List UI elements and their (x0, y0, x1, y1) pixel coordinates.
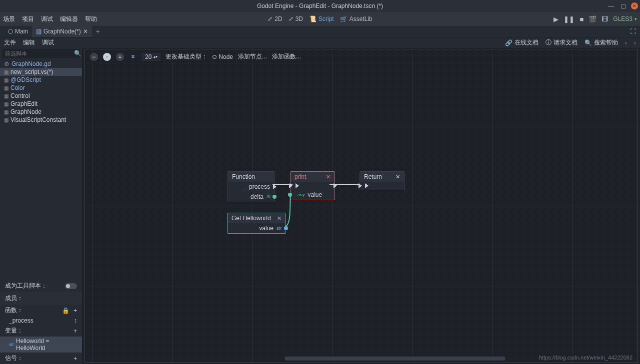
zoom-reset-icon[interactable]: · (103, 53, 111, 61)
script-item-graphnode-gd[interactable]: ⚙GraphNode.gd (0, 60, 82, 68)
request-docs-button[interactable]: ⓘ 请求文档 (546, 38, 578, 47)
menu-project[interactable]: 项目 (22, 15, 34, 23)
grid-icon: ▦ (4, 101, 8, 107)
minimize-icon[interactable]: — (607, 2, 615, 10)
function-item-process[interactable]: _process ↕ (0, 316, 82, 325)
menu-edit[interactable]: 编辑 (23, 38, 35, 47)
renderer-select[interactable]: GLES3 ▾ (613, 15, 637, 22)
node-get-helloworld[interactable]: Get Helloworld✕ value str (227, 213, 286, 234)
node-print-exec-row (290, 182, 334, 190)
grid-icon: ▦ (4, 85, 8, 91)
override-icon[interactable]: 🔒 (62, 307, 70, 314)
menu-debug[interactable]: 调试 (41, 15, 53, 23)
tab-close-icon[interactable]: ✕ (83, 28, 88, 35)
script-item-vsconstant[interactable]: ▦VisualScriptConstant (0, 116, 82, 124)
script-sidebar: 🔍 ⚙GraphNode.gd ▦new_script.vs(*) ▦@GDSc… (0, 48, 82, 364)
stop-icon[interactable]: ■ (580, 15, 584, 23)
graph-canvas[interactable]: − · + ⌗ 20 ▴▾ 更改基础类型： Node 添加节点... 添加函数.… (84, 49, 638, 363)
play-icon[interactable]: ▶ (554, 15, 558, 23)
search-help-button[interactable]: 🔍 搜索帮助 (584, 38, 618, 47)
data-out-port[interactable] (284, 226, 288, 230)
menu-editor[interactable]: 编辑器 (60, 15, 78, 23)
mode-3d[interactable]: ⤢ 3D (288, 15, 303, 22)
tool-script-toggle[interactable] (65, 283, 77, 289)
exec-out-port[interactable] (334, 183, 337, 188)
add-func-button[interactable]: 添加函数... (272, 52, 301, 61)
data-out-port[interactable] (272, 195, 276, 199)
script-menu: 文件 编辑 调试 🔗 在线文档 ⓘ 请求文档 🔍 搜索帮助 ‹ › (0, 37, 640, 48)
mode-2d[interactable]: ⤢ 2D (268, 15, 282, 22)
script-item-control[interactable]: ▦Control (0, 92, 82, 100)
script-item-graphnode[interactable]: ▦GraphNode (0, 108, 82, 116)
window-controls: — ▢ ✕ (607, 2, 638, 10)
tab-main[interactable]: Main (4, 26, 32, 37)
filter-row: 🔍 (2, 49, 80, 58)
mode-script[interactable]: 📜 Script (309, 15, 334, 22)
add-signal-icon[interactable]: + (74, 355, 77, 362)
node-get-value-row: value str (228, 223, 286, 233)
zoom-value[interactable]: 20 ▴▾ (142, 53, 160, 61)
script-item-color[interactable]: ▦Color (0, 84, 82, 92)
variables-label: 变量： (5, 327, 23, 335)
main-area: 🔍 ⚙GraphNode.gd ▦new_script.vs(*) ▦@GDSc… (0, 48, 640, 364)
search-icon[interactable]: 🔍 (74, 50, 82, 57)
node-print-value-row: any value (290, 190, 334, 200)
functions-label: 函数： (5, 306, 23, 315)
filter-scripts-input[interactable] (5, 50, 74, 56)
connection-wires (85, 49, 635, 359)
grid-icon: ▦ (4, 109, 8, 115)
menu-left: 场景 项目 调试 编辑器 帮助 (3, 15, 97, 23)
members-header: 成员： (0, 292, 82, 305)
tool-script-label: 成为工具脚本： (5, 282, 47, 290)
zoom-in-icon[interactable]: + (116, 53, 124, 61)
node-close-icon[interactable]: ✕ (326, 174, 330, 180)
data-in-port[interactable] (288, 193, 292, 197)
play-scene-icon[interactable]: 🎬 (588, 15, 596, 23)
titlebar: Godot Engine - GraphEdit - GraphNode.tsc… (0, 0, 640, 12)
menu-debug2[interactable]: 调试 (42, 38, 54, 47)
signals-section: 信号： + (0, 353, 82, 364)
menu-scene[interactable]: 场景 (3, 15, 15, 23)
horizontal-scrollbar[interactable] (285, 357, 505, 361)
node-return[interactable]: Return✕ (360, 171, 404, 190)
exec-out-port[interactable] (273, 184, 276, 189)
add-variable-icon[interactable]: + (74, 328, 77, 335)
mode-assetlib[interactable]: 🛒 AssetLib (340, 15, 372, 22)
canvas-toolbar: − · + ⌗ 20 ▴▾ 更改基础类型： Node 添加节点... 添加函数.… (90, 52, 632, 61)
node-function[interactable]: Function _process delta flt (228, 171, 274, 202)
nav-back-icon[interactable]: ‹ (625, 39, 627, 46)
node-print[interactable]: print✕ any value (290, 171, 335, 200)
menu-file[interactable]: 文件 (4, 38, 16, 47)
variable-item-helloworld[interactable]: str Helloworld = HelloWorld (0, 337, 82, 353)
script-item-gdscript[interactable]: ▦@GDScript (0, 76, 82, 84)
tool-script-row: 成为工具脚本： (0, 280, 82, 292)
str-tag-icon: str (9, 342, 14, 347)
tab-main-label: Main (15, 28, 28, 35)
pause-icon[interactable]: ❚❚ (564, 15, 574, 23)
close-icon[interactable]: ✕ (631, 2, 638, 9)
play-custom-icon[interactable]: 🎞 (602, 15, 608, 23)
script-item-graphedit[interactable]: ▦GraphEdit (0, 100, 82, 108)
tab-graphnode[interactable]: ▥ GraphNode(*) ✕ (32, 26, 92, 37)
script-item-new-script[interactable]: ▦new_script.vs(*) (0, 68, 82, 76)
node-close-icon[interactable]: ✕ (396, 174, 400, 180)
change-base-label: 更改基础类型： (166, 52, 208, 61)
graph-icon: ▥ (36, 28, 42, 35)
online-docs-button[interactable]: 🔗 在线文档 (505, 38, 538, 47)
maximize-icon[interactable]: ▢ (619, 2, 627, 10)
exec-in-port[interactable] (358, 183, 362, 188)
tab-add[interactable]: + (92, 26, 104, 37)
zoom-out-icon[interactable]: − (90, 53, 98, 61)
node-close-icon[interactable]: ✕ (277, 215, 282, 222)
snap-icon[interactable]: ⌗ (129, 53, 137, 61)
grid-icon: ▦ (4, 117, 8, 123)
add-function-icon[interactable]: + (74, 307, 77, 314)
base-type-button[interactable]: Node (212, 53, 233, 60)
gear-icon: ⚙ (4, 60, 10, 67)
menu-help[interactable]: 帮助 (85, 15, 97, 23)
add-node-button[interactable]: 添加节点... (238, 52, 267, 61)
nav-fwd-icon[interactable]: › (634, 39, 636, 46)
exec-in-port[interactable] (289, 183, 292, 188)
window-title: Godot Engine - GraphEdit - GraphNode.tsc… (257, 2, 383, 9)
expand-icon[interactable]: ⛶ (630, 28, 636, 35)
